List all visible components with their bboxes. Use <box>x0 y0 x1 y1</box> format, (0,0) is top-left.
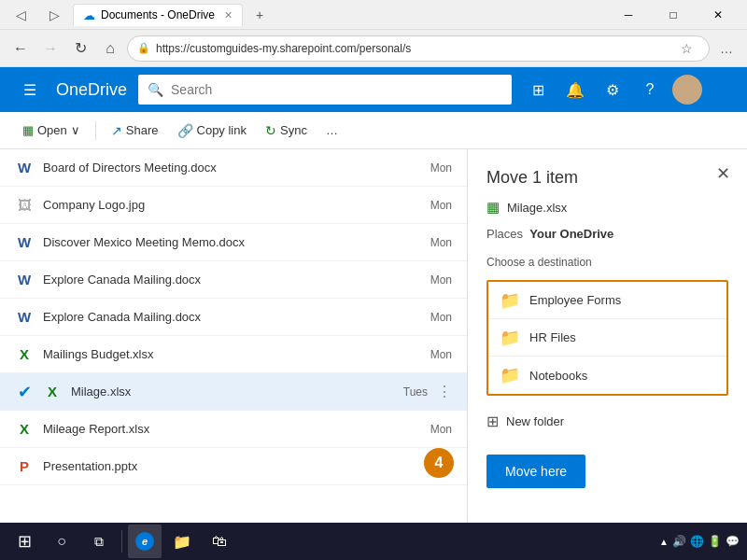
new-tab-btn[interactable]: + <box>247 6 273 24</box>
active-tab[interactable]: ☁ Documents - OneDrive ✕ <box>73 4 243 26</box>
share-btn[interactable]: ↗ Share <box>104 117 166 145</box>
notif-icon: 💬 <box>726 535 740 548</box>
refresh-btn[interactable]: ↻ <box>67 35 93 62</box>
panel-file-icon: ▦ <box>486 199 500 216</box>
callout-4: 4 <box>424 448 454 478</box>
destination-list: 📁Employee Forms📁HR Files📁Notebooks <box>486 280 728 396</box>
new-folder-btn[interactable]: ⊞ New folder <box>486 407 728 436</box>
search-input[interactable] <box>171 82 502 97</box>
settings-btn[interactable]: ⚙ <box>598 75 627 105</box>
windows-start-btn[interactable]: ⊞ <box>7 525 41 558</box>
prev-tab-btn[interactable]: ◁ <box>7 6 34 24</box>
destination-item[interactable]: 📁Employee Forms <box>488 282 726 319</box>
file-name: Mailings Budget.xlsx <box>43 347 387 361</box>
move-here-btn[interactable]: Move here <box>486 455 585 488</box>
explorer-btn[interactable]: 📁 <box>165 525 199 558</box>
toolbar: ▦ Open ∨ ↗ Share 🔗 Copy link ↻ Sync … <box>0 112 747 149</box>
file-type-icon: W <box>18 234 31 250</box>
file-type-icon: X <box>43 383 62 401</box>
choose-destination-label: Choose a destination <box>486 256 728 269</box>
file-type-icon: X <box>20 421 29 437</box>
folder-icon: 📁 <box>500 290 520 311</box>
file-date: Mon <box>396 273 452 287</box>
tab-title: Documents - OneDrive <box>101 8 215 21</box>
copy-link-btn[interactable]: 🔗 Copy link <box>170 117 254 145</box>
app-bar: ☰ OneDrive 🔍 ⊞ 🔔 ⚙ ? <box>0 67 747 112</box>
destination-item[interactable]: 📁HR Files <box>488 319 726 357</box>
minimize-btn[interactable]: ─ <box>607 0 650 30</box>
edge-btn[interactable]: e <box>128 525 162 558</box>
destination-name: Employee Forms <box>529 293 621 307</box>
file-type-icon: W <box>18 309 31 325</box>
file-name: Company Logo.jpg <box>43 198 387 212</box>
taskbar-search-btn[interactable]: ○ <box>45 525 78 558</box>
file-item[interactable]: ✔ X Milage.xlsx Tues ⋮ <box>0 373 467 411</box>
file-icon: P <box>15 457 34 476</box>
waffle-btn[interactable]: ⊞ <box>523 75 553 105</box>
store-btn[interactable]: 🛍 <box>203 525 236 558</box>
check-icon: ✔ <box>18 382 32 402</box>
forward-btn[interactable]: → <box>37 35 63 62</box>
file-icon: W <box>15 308 34 327</box>
tab-close-icon[interactable]: ✕ <box>224 9 233 21</box>
file-item[interactable]: X Mailings Budget.xlsx Mon <box>0 336 467 373</box>
panel-file-name: Milage.xlsx <box>507 201 567 215</box>
avatar[interactable] <box>672 75 702 105</box>
open-label: Open <box>37 123 67 137</box>
panel-file: ▦ Milage.xlsx <box>486 199 728 216</box>
file-icon: X <box>15 420 34 439</box>
browser-nav: ← → ↻ ⌂ 🔒 https://customguides-my.sharep… <box>0 30 747 67</box>
file-item[interactable]: W Explore Canada Mailing.docx Mon <box>0 261 467 299</box>
destination-name: HR Files <box>529 330 576 344</box>
destination-item[interactable]: 📁Notebooks <box>488 357 726 394</box>
file-item[interactable]: W Discover Mexico Meeting Memo.docx Mon <box>0 224 467 261</box>
address-text: https://customguides-my.sharepoint.com/p… <box>156 42 668 55</box>
taskbar: ⊞ ○ ⧉ e 📁 🛍 ▲ 🔊 🌐 🔋 💬 <box>0 523 747 560</box>
panel-places: Places Your OneDrive <box>486 227 728 241</box>
file-date: Mon <box>396 423 452 436</box>
window-controls: ─ □ ✕ <box>607 0 740 30</box>
more-browser-btn[interactable]: … <box>713 35 740 62</box>
home-btn[interactable]: ⌂ <box>97 35 123 62</box>
file-item[interactable]: W Explore Canada Mailing.docx Mon <box>0 299 467 336</box>
sync-btn[interactable]: ↻ Sync <box>258 117 315 145</box>
more-toolbar-btn[interactable]: … <box>318 117 345 145</box>
file-item[interactable]: P Presentation.pptx Mon <box>0 448 467 485</box>
file-item[interactable]: X Mileage Report.xlsx Mon <box>0 411 467 448</box>
tray-1: 🔊 <box>672 535 686 548</box>
file-date: Mon <box>396 311 452 324</box>
search-icon: 🔍 <box>148 82 163 97</box>
search-box[interactable]: 🔍 <box>138 75 512 105</box>
lock-icon: 🔒 <box>137 42 150 54</box>
file-more-btn[interactable]: ⋮ <box>437 383 452 400</box>
folder-icon: 📁 <box>500 365 520 385</box>
file-type-icon: 🖼 <box>18 197 32 213</box>
edge-icon: e <box>135 532 154 551</box>
window-nav-buttons: ◁ ▷ <box>7 6 67 24</box>
file-name: Explore Canada Mailing.docx <box>43 310 387 324</box>
hamburger-btn[interactable]: ☰ <box>15 75 45 105</box>
app-actions: ⊞ 🔔 ⚙ ? <box>523 75 702 105</box>
back-btn[interactable]: ← <box>7 35 34 62</box>
file-item[interactable]: W Board of Directors Meeting.docx Mon <box>0 149 467 187</box>
maximize-btn[interactable]: □ <box>652 0 695 30</box>
close-btn[interactable]: ✕ <box>697 0 740 30</box>
move-panel: ✕ Move 1 item ▦ Milage.xlsx Places Your … <box>467 149 747 523</box>
panel-close-btn[interactable]: ✕ <box>710 161 736 187</box>
open-caret: ∨ <box>71 123 80 137</box>
app-title: OneDrive <box>56 80 127 100</box>
file-item[interactable]: 🖼 Company Logo.jpg Mon <box>0 187 467 224</box>
file-type-icon: X <box>48 384 57 399</box>
address-bar[interactable]: 🔒 https://customguides-my.sharepoint.com… <box>127 35 710 62</box>
file-name: Milage.xlsx <box>71 385 362 399</box>
favorite-btn[interactable]: ☆ <box>673 35 699 62</box>
notifications-btn[interactable]: 🔔 <box>560 75 590 105</box>
browser-tabs: ☁ Documents - OneDrive ✕ + <box>73 4 601 26</box>
next-tab-btn[interactable]: ▷ <box>41 6 67 24</box>
task-view-btn[interactable]: ⧉ <box>82 525 116 558</box>
help-btn[interactable]: ? <box>635 75 665 105</box>
file-date: Mon <box>396 199 452 212</box>
open-btn[interactable]: ▦ Open ∨ <box>15 117 88 145</box>
file-type-icon: X <box>20 346 29 362</box>
file-date: Tues <box>372 385 428 399</box>
